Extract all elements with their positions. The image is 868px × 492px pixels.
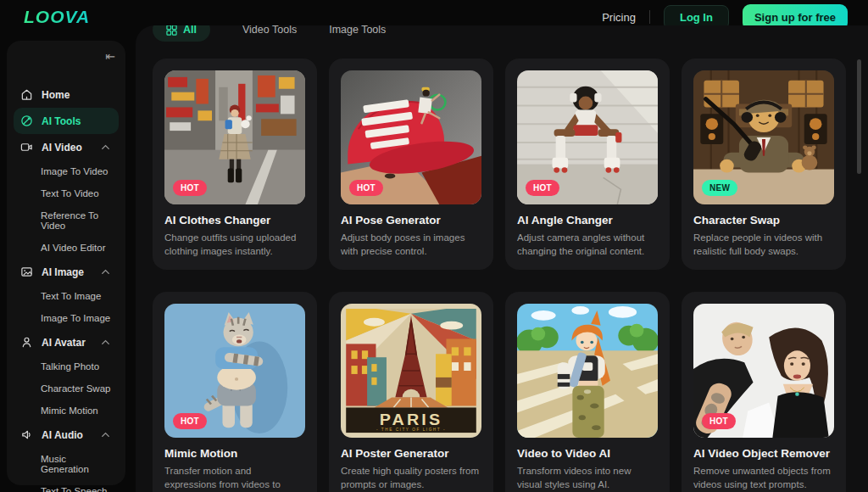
card-ai-video-object-remover[interactable]: HOT AI Video Object Remover Remove unwan… xyxy=(682,292,846,492)
hot-badge: HOT xyxy=(173,413,207,429)
video-camera-icon xyxy=(20,141,33,154)
chevron-up-icon xyxy=(99,336,112,349)
image-icon xyxy=(20,266,33,278)
card-description: Adjust body poses in images with precise… xyxy=(341,231,481,258)
ai-tools-icon xyxy=(20,115,33,127)
sidebar-item-home[interactable]: Home xyxy=(14,81,119,108)
filter-tabs: All Video Tools Image Tools xyxy=(153,25,851,43)
card-image-tokyo-street: HOT xyxy=(164,70,305,204)
tab-image-tools[interactable]: Image Tools xyxy=(329,25,386,36)
card-image-paris-poster: PARIS - THE CITY OF LIGHT - xyxy=(341,304,481,438)
card-description: Change outfits using uploaded clothing i… xyxy=(164,231,305,258)
chevron-up-icon xyxy=(99,141,112,154)
sidebar-item-ai-video-editor[interactable]: AI Video Editor xyxy=(14,237,119,259)
sidebar-item-label: AI Tools xyxy=(42,115,81,127)
chevron-up-icon xyxy=(99,428,112,441)
card-image-two-person-selfie: HOT xyxy=(693,304,834,438)
poster-subtitle-text: - THE CITY OF LIGHT - xyxy=(376,428,446,432)
sidebar-item-text-to-video[interactable]: Text To Video xyxy=(14,182,119,204)
sidebar-item-text-to-image[interactable]: Text To Image xyxy=(14,285,119,307)
new-badge: NEW xyxy=(702,180,737,196)
poster-title-text: PARIS xyxy=(380,411,442,428)
sidebar-item-music-generation[interactable]: Music Generation xyxy=(14,448,119,480)
grid-icon xyxy=(166,25,177,36)
hot-badge: HOT xyxy=(349,180,383,196)
loova-logo[interactable]: LOOVA xyxy=(24,7,90,27)
card-title: AI Clothes Changer xyxy=(164,214,305,226)
card-ai-clothes-changer[interactable]: HOT AI Clothes Changer Change outfits us… xyxy=(153,59,317,270)
card-title: Character Swap xyxy=(693,214,834,226)
card-description: Transform videos into new visual styles … xyxy=(517,464,658,491)
card-image-red-cap: HOT xyxy=(341,70,481,204)
sidebar-item-character-swap[interactable]: Character Swap xyxy=(14,377,119,400)
sidebar-item-talking-photo[interactable]: Talking Photo xyxy=(14,355,119,377)
hot-badge: HOT xyxy=(526,180,559,196)
home-icon xyxy=(20,88,33,101)
sidebar: ⇤ Home AI Tools AI Video Image To Video … xyxy=(7,41,125,485)
card-image-anime-girl xyxy=(517,304,658,438)
card-description: Adjust camera angles without changing th… xyxy=(517,231,658,258)
card-ai-pose-generator[interactable]: HOT AI Pose Generator Adjust body poses … xyxy=(329,59,493,270)
header-divider xyxy=(649,10,650,24)
tab-label: All xyxy=(183,25,197,36)
hot-badge: HOT xyxy=(173,180,207,196)
sidebar-item-image-to-video[interactable]: Image To Video xyxy=(14,160,119,182)
card-description: Remove unwanted objects from videos usin… xyxy=(693,464,834,491)
tool-card-grid: HOT AI Clothes Changer Change outfits us… xyxy=(153,59,851,492)
sidebar-item-text-to-speech[interactable]: Text To Speech xyxy=(14,480,119,492)
sidebar-collapse-icon[interactable]: ⇤ xyxy=(105,49,115,63)
chevron-up-icon xyxy=(99,266,112,278)
card-ai-angle-changer[interactable]: HOT AI Angle Changer Adjust camera angle… xyxy=(505,59,670,270)
sidebar-group-ai-image[interactable]: AI Image xyxy=(14,259,119,285)
card-title: AI Video Object Remover xyxy=(693,447,834,460)
card-description: Transfer motion and expressions from vid… xyxy=(164,464,305,492)
sidebar-group-ai-audio[interactable]: AI Audio xyxy=(14,422,119,448)
card-image-dancing-cat: HOT xyxy=(164,304,305,438)
card-title: Video to Video AI xyxy=(517,447,658,460)
card-image-radio-studio: NEW xyxy=(693,70,834,204)
sidebar-group-label: AI Video xyxy=(42,142,82,154)
sidebar-item-image-to-image[interactable]: Image To Image xyxy=(14,307,119,329)
sidebar-item-ai-tools[interactable]: AI Tools xyxy=(14,108,119,134)
sidebar-item-reference-to-video[interactable]: Reference To Video xyxy=(14,204,119,237)
card-mimic-motion[interactable]: HOT Mimic Motion Transfer motion and exp… xyxy=(153,292,317,492)
person-icon xyxy=(20,336,33,349)
sidebar-item-mimic-motion[interactable]: Mimic Motion xyxy=(14,400,119,422)
card-description: Create high quality posters from prompts… xyxy=(341,464,481,491)
sidebar-group-label: AI Image xyxy=(42,266,84,278)
tab-all[interactable]: All xyxy=(153,25,210,42)
card-description: Replace people in videos with realistic … xyxy=(693,231,834,258)
card-title: AI Poster Generator xyxy=(341,447,481,460)
sidebar-group-label: AI Avatar xyxy=(42,337,86,349)
tab-video-tools[interactable]: Video Tools xyxy=(242,25,297,36)
card-ai-poster-generator[interactable]: PARIS - THE CITY OF LIGHT - AI Poster Ge… xyxy=(329,292,493,492)
sidebar-group-ai-avatar[interactable]: AI Avatar xyxy=(14,329,119,355)
main-panel: All Video Tools Image Tools xyxy=(136,25,868,492)
hot-badge: HOT xyxy=(702,413,736,429)
card-video-to-video-ai[interactable]: Video to Video AI Transform videos into … xyxy=(505,292,670,492)
sidebar-item-label: Home xyxy=(42,89,70,101)
vertical-scrollbar-thumb[interactable] xyxy=(857,59,861,174)
speaker-icon xyxy=(20,428,33,441)
card-image-roller-skater: HOT xyxy=(517,70,658,204)
card-title: Mimic Motion xyxy=(164,447,305,460)
sidebar-group-label: AI Audio xyxy=(42,429,83,441)
card-title: AI Angle Changer xyxy=(517,214,658,226)
card-character-swap[interactable]: NEW Character Swap Replace people in vid… xyxy=(682,59,846,270)
sidebar-group-ai-video[interactable]: AI Video xyxy=(14,134,119,160)
pricing-link[interactable]: Pricing xyxy=(602,11,636,24)
card-title: AI Pose Generator xyxy=(341,214,481,226)
